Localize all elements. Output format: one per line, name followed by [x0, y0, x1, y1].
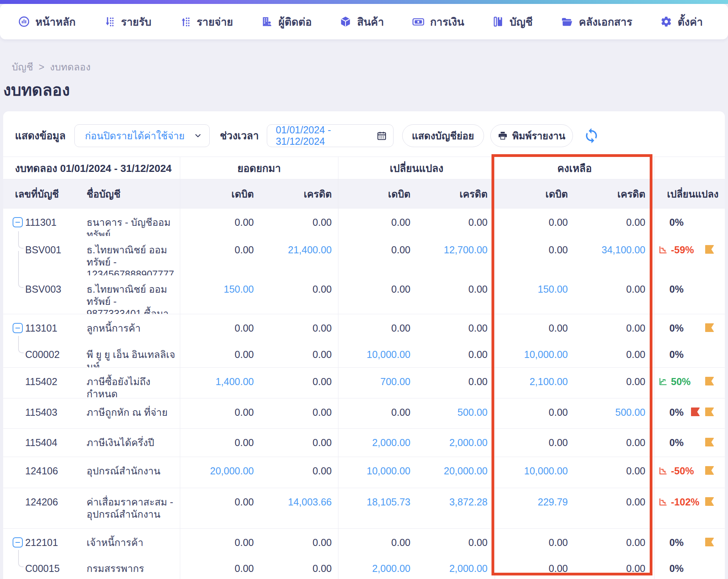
change-debit-cell: 2,000.00: [338, 429, 417, 457]
change-percent-value: 0%: [669, 562, 684, 575]
orange-flag-icon: [704, 407, 715, 417]
income-icon: [103, 16, 115, 28]
refresh-button[interactable]: [583, 127, 600, 144]
orange-flag-icon: [704, 466, 715, 475]
print-report-button[interactable]: พิมพ์รายงาน: [490, 124, 573, 147]
balance-debit-cell: 229.79: [495, 488, 575, 528]
nav-item-documents[interactable]: คลังเอกสาร: [561, 13, 632, 30]
col-balance-credit: เครดิต: [575, 179, 654, 208]
table-row-C00015[interactable]: C00015กรมสรรพากร0.000.002,000.002,000.00…: [3, 555, 725, 579]
change-credit-cell: 2,000.00: [417, 555, 495, 579]
nav-item-settings[interactable]: ตั้งค่า: [660, 13, 703, 30]
change-percent-cell: 0%: [654, 529, 725, 555]
nav-item-accounting[interactable]: บัญชี: [492, 13, 532, 30]
chevron-down-icon: [194, 131, 202, 140]
account-code: C00015: [25, 563, 60, 574]
opening-debit-cell: 0.00: [180, 429, 259, 457]
show-sub-accounts-label: แสดงบัญชีย่อย: [412, 128, 474, 144]
tree-connector: [18, 550, 24, 567]
change-credit-cell: 2,000.00: [417, 429, 495, 457]
nav-item-products[interactable]: สินค้า: [340, 13, 384, 30]
balance-credit-cell: 0.00: [575, 488, 654, 528]
table-body: 111301ธนาคาร - บัญชีออมทรัพย์0.000.000.0…: [3, 208, 725, 579]
nav-item-contacts[interactable]: ผู้ติดต่อ: [261, 13, 312, 30]
nav-item-finance[interactable]: การเงิน: [412, 13, 464, 30]
change-percent-cell: 0%: [654, 429, 725, 457]
change-credit-cell: 0.00: [417, 314, 495, 341]
change-percent-cell: 0%: [654, 555, 725, 579]
trend-down-chart-icon: [658, 466, 668, 476]
table-row-113101[interactable]: 113101ลูกหนี้การค้า0.000.000.000.000.000…: [3, 314, 725, 341]
balance-debit-cell: 0.00: [495, 555, 575, 579]
col-change-pct: เปลี่ยนแปลง: [654, 179, 725, 208]
orange-flag-icon: [704, 245, 715, 254]
account-name-cell: ภาษีซื้อยังไม่ถึงกำหนด: [74, 368, 180, 400]
balance-credit-cell: 0.00: [575, 429, 654, 457]
collapse-row-icon[interactable]: [13, 537, 23, 548]
opening-credit-cell: 0.00: [259, 314, 338, 341]
table-row-115403[interactable]: 115403ภาษีถูกหัก ณ ที่จ่าย0.000.000.0050…: [3, 398, 725, 428]
opening-credit-cell: 21,400.00: [259, 236, 338, 280]
table-sub-header-row: เลขที่บัญชี ชื่อบัญชี เดบิต เครดิต เดบิต…: [3, 179, 725, 208]
account-name-cell: อุปกรณ์สำนักงาน: [74, 457, 180, 488]
account-code: 212101: [25, 537, 58, 548]
show-sub-accounts-button[interactable]: แสดงบัญชีย่อย: [402, 124, 484, 147]
opening-debit-cell: 0.00: [180, 529, 259, 555]
opening-credit-cell: 0.00: [259, 429, 338, 457]
expense-icon: [179, 16, 191, 28]
account-code-cell: 115404: [3, 429, 74, 457]
nav-item-home[interactable]: หน้าหลัก: [18, 13, 76, 30]
table-row-111301[interactable]: 111301ธนาคาร - บัญชีออมทรัพย์0.000.000.0…: [3, 208, 725, 236]
row-flags: [704, 245, 715, 254]
balance-credit-cell: 34,100.00: [575, 236, 654, 280]
table-row-115404[interactable]: 115404ภาษีเงินได้ครึ่งปี0.000.002,000.00…: [3, 428, 725, 457]
table-row-212101[interactable]: 212101เจ้าหนี้การค้า0.000.000.000.000.00…: [3, 528, 725, 555]
table-row-BSV003[interactable]: BSV003ธ.ไทยพาณิชย์ ออมทรัพย์ - 987733340…: [3, 275, 725, 314]
breadcrumb-parent[interactable]: บัญชี: [12, 59, 33, 75]
orange-flag-icon: [704, 537, 715, 547]
opening-credit-cell: 0.00: [259, 529, 338, 555]
collapse-row-icon[interactable]: [13, 217, 23, 227]
table-row-124206[interactable]: 124206ค่าเสื่อมราคาสะสม - อุปกรณ์สำนักงา…: [3, 488, 725, 528]
report-type-select[interactable]: ก่อนปิดรายได้ค่าใช้จ่าย: [74, 124, 210, 147]
products-icon: [340, 16, 351, 28]
change-percent-value: -50%: [671, 465, 694, 477]
opening-credit-cell: 14,003.66: [259, 488, 338, 528]
opening-debit-cell: 0.00: [180, 555, 259, 579]
balance-credit-cell: 500.00: [575, 398, 654, 428]
table-row-C00002[interactable]: C00002พี ยู ยู เอ็น อินเทลลิเจนท์0.000.0…: [3, 341, 725, 367]
change-debit-cell: 0.00: [338, 398, 417, 428]
nav-label: รายจ่าย: [197, 13, 233, 30]
account-name-cell: ภาษีถูกหัก ณ ที่จ่าย: [74, 398, 180, 428]
row-flags: [690, 407, 715, 417]
nav-item-expense[interactable]: รายจ่าย: [179, 13, 233, 30]
collapse-row-icon[interactable]: [13, 323, 23, 333]
red-flag-icon: [690, 407, 700, 417]
report-type-value: ก่อนปิดรายได้ค่าใช้จ่าย: [85, 128, 185, 144]
change-credit-cell: 0.00: [417, 529, 495, 555]
table-group-header-row: งบทดลอง 01/01/2024 - 31/12/2024 ยอดยกมา …: [3, 157, 725, 179]
change-credit-cell: 20,000.00: [417, 457, 495, 488]
trend-down-chart-icon: [658, 245, 668, 254]
col-account-no: เลขที่บัญชี: [3, 179, 74, 208]
table-row-BSV001[interactable]: BSV001ธ.ไทยพาณิชย์ ออมทรัพย์ - 123456788…: [3, 236, 725, 275]
group-header-change: เปลี่ยนแปลง: [338, 157, 495, 179]
col-change-credit: เครดิต: [417, 179, 495, 208]
table-row-124106[interactable]: 124106อุปกรณ์สำนักงาน20,000.000.0010,000…: [3, 457, 725, 488]
tree-connector: [18, 251, 24, 288]
date-range-input[interactable]: 01/01/2024 - 31/12/2024: [267, 124, 394, 147]
change-percent-cell: -50%: [654, 457, 725, 488]
balance-credit-cell: 0.00: [575, 555, 654, 579]
nav-label: ตั้งค่า: [678, 13, 703, 30]
orange-flag-icon: [704, 437, 715, 447]
balance-credit-cell: 0.00: [575, 368, 654, 400]
opening-credit-cell: 0.00: [259, 398, 338, 428]
table-row-115402[interactable]: 115402ภาษีซื้อยังไม่ถึงกำหนด1,400.000.00…: [3, 367, 725, 398]
nav-item-income[interactable]: รายรับ: [103, 13, 151, 30]
balance-debit-cell: 0.00: [495, 529, 575, 555]
balance-debit-cell: 0.00: [495, 429, 575, 457]
change-percent-cell: 50%: [654, 368, 725, 400]
finance-icon: [412, 16, 425, 28]
main-nav: หน้าหลัก รายรับ รายจ่าย: [0, 4, 728, 39]
balance-debit-cell: 2,100.00: [495, 368, 575, 400]
